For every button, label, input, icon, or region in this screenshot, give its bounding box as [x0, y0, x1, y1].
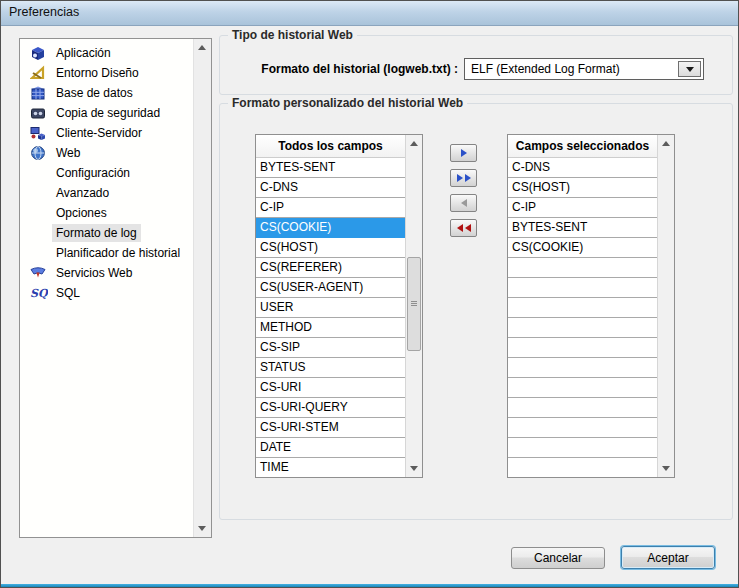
chevron-down-icon — [686, 67, 694, 76]
accept-button[interactable]: Aceptar — [621, 546, 715, 569]
list-item-cs-uri-stem[interactable]: CS-URI-STEM — [256, 418, 406, 438]
sidebar-item-servicios-web[interactable]: Servicios Web — [20, 263, 193, 283]
sidebar-item-configuraci-n[interactable]: Configuración — [20, 163, 193, 183]
scroll-down-icon[interactable] — [410, 466, 418, 471]
sidebar-item-label: Servicios Web — [52, 264, 136, 282]
all-fields-header: Todos los campos — [256, 135, 406, 158]
list-item-bytes-sent[interactable]: BYTES-SENT — [256, 158, 406, 178]
cancel-button[interactable]: Cancelar — [511, 547, 605, 569]
sidebar-item-label: Base de datos — [52, 84, 137, 102]
preferences-tree-panel: AplicaciónEntorno DiseñoBase de datosCop… — [19, 38, 212, 538]
add-all-fields-button[interactable] — [450, 169, 477, 187]
sidebar-item-formato-de-log[interactable]: Formato de log — [20, 223, 193, 243]
sidebar-tree: AplicaciónEntorno DiseñoBase de datosCop… — [20, 43, 193, 303]
scroll-up-icon[interactable] — [198, 45, 206, 50]
sql-icon: SQL — [30, 285, 47, 301]
list-item-time[interactable]: TIME — [256, 458, 406, 477]
selected-fields-scrollbar[interactable] — [657, 135, 674, 477]
dialog-body: AplicaciónEntorno DiseñoBase de datosCop… — [1, 25, 738, 584]
list-item-cs-uri[interactable]: CS-URI — [256, 378, 406, 398]
list-item-cs-uri-query[interactable]: CS-URI-QUERY — [256, 398, 406, 418]
sidebar-item-label: Entorno Diseño — [52, 64, 143, 82]
scrollbar-thumb[interactable] — [407, 257, 421, 351]
list-item-date[interactable]: DATE — [256, 438, 406, 458]
list-item-cs-cookie[interactable]: CS(COOKIE) — [508, 238, 658, 258]
window-title: Preferencias — [9, 5, 79, 19]
arrow-right-icon — [461, 149, 467, 157]
list-item-empty[interactable] — [508, 418, 658, 438]
sidebar-item-label: Configuración — [52, 164, 134, 182]
list-item-user[interactable]: USER — [256, 298, 406, 318]
sidebar-item-label: Web — [52, 144, 84, 162]
application-icon — [30, 45, 47, 61]
log-format-select[interactable]: ELF (Extended Log Format) — [464, 58, 704, 80]
selected-fields-header: Campos seleccionados — [508, 135, 658, 158]
group-log-type: Tipo de historial Web Formato del histor… — [219, 35, 733, 95]
scroll-down-icon[interactable] — [198, 526, 206, 531]
sidebar-item-web[interactable]: Web — [20, 143, 193, 163]
sidebar-item-label: Opciones — [52, 204, 111, 222]
scroll-up-icon[interactable] — [410, 141, 418, 146]
design-environment-icon — [30, 65, 47, 81]
remove-field-button[interactable] — [450, 194, 477, 212]
list-item-empty[interactable] — [508, 318, 658, 338]
all-fields-list: Todos los campos BYTES-SENTC-DNSC-IPCS(C… — [255, 134, 423, 478]
all-fields-scrollbar[interactable] — [405, 135, 422, 477]
group-custom-format-title: Formato personalizado del historial Web — [228, 96, 467, 110]
list-item-cs-sip[interactable]: CS-SIP — [256, 338, 406, 358]
list-item-cs-referer[interactable]: CS(REFERER) — [256, 258, 406, 278]
selected-fields-rows: C-DNSCS(HOST)C-IPBYTES-SENTCS(COOKIE) — [508, 158, 658, 477]
arrow-right-icon — [457, 174, 463, 182]
list-item-empty[interactable] — [508, 378, 658, 398]
list-item-empty[interactable] — [508, 358, 658, 378]
list-item-status[interactable]: STATUS — [256, 358, 406, 378]
log-format-value: ELF (Extended Log Format) — [471, 59, 677, 79]
sidebar-item-label: Cliente-Servidor — [52, 124, 146, 142]
svg-text:SQL: SQL — [30, 287, 48, 300]
sidebar-item-sql[interactable]: SQLSQL — [20, 283, 193, 303]
sidebar-item-opciones[interactable]: Opciones — [20, 203, 193, 223]
sidebar-item-aplicaci-n[interactable]: Aplicación — [20, 43, 193, 63]
list-item-c-ip[interactable]: C-IP — [508, 198, 658, 218]
list-item-cs-host[interactable]: CS(HOST) — [256, 238, 406, 258]
list-item-empty[interactable] — [508, 298, 658, 318]
sidebar-item-base-de-datos[interactable]: Base de datos — [20, 83, 193, 103]
scroll-down-icon[interactable] — [662, 466, 670, 471]
list-item-empty[interactable] — [508, 338, 658, 358]
sidebar-item-avanzado[interactable]: Avanzado — [20, 183, 193, 203]
list-item-empty[interactable] — [508, 278, 658, 298]
scroll-up-icon[interactable] — [662, 141, 670, 146]
add-field-button[interactable] — [450, 144, 477, 162]
transfer-buttons — [450, 144, 477, 237]
selected-fields-list: Campos seleccionados C-DNSCS(HOST)C-IPBY… — [507, 134, 675, 478]
web-globe-icon — [30, 145, 47, 161]
list-item-c-ip[interactable]: C-IP — [256, 198, 406, 218]
sidebar-item-label: Planificador de historial — [52, 244, 184, 262]
remove-all-fields-button[interactable] — [450, 219, 477, 237]
list-item-bytes-sent[interactable]: BYTES-SENT — [508, 218, 658, 238]
window-bottom-accent — [1, 584, 738, 587]
group-log-type-title: Tipo de historial Web — [228, 28, 357, 42]
web-services-icon — [30, 265, 47, 281]
list-item-c-dns[interactable]: C-DNS — [256, 178, 406, 198]
list-item-cs-cookie[interactable]: CS(COOKIE) — [256, 218, 406, 238]
arrow-left-icon — [461, 199, 467, 207]
sidebar-item-copia-de-seguridad[interactable]: Copia de seguridad — [20, 103, 193, 123]
sidebar-item-label: Copia de seguridad — [52, 104, 164, 122]
all-fields-rows: BYTES-SENTC-DNSC-IPCS(COOKIE)CS(HOST)CS(… — [256, 158, 406, 477]
list-item-c-dns[interactable]: C-DNS — [508, 158, 658, 178]
sidebar-scrollbar[interactable] — [193, 39, 211, 537]
list-item-cs-user-agent[interactable]: CS(USER-AGENT) — [256, 278, 406, 298]
sidebar-item-entorno-dise-o[interactable]: Entorno Diseño — [20, 63, 193, 83]
title-bar: Preferencias — [1, 1, 738, 26]
list-item-empty[interactable] — [508, 398, 658, 418]
list-item-empty[interactable] — [508, 458, 658, 477]
list-item-method[interactable]: METHOD — [256, 318, 406, 338]
list-item-empty[interactable] — [508, 258, 658, 278]
sidebar-item-cliente-servidor[interactable]: Cliente-Servidor — [20, 123, 193, 143]
list-item-empty[interactable] — [508, 438, 658, 458]
list-item-cs-host[interactable]: CS(HOST) — [508, 178, 658, 198]
client-server-icon — [30, 125, 47, 141]
dropdown-button[interactable] — [678, 61, 701, 77]
sidebar-item-planificador-de-historial[interactable]: Planificador de historial — [20, 243, 193, 263]
